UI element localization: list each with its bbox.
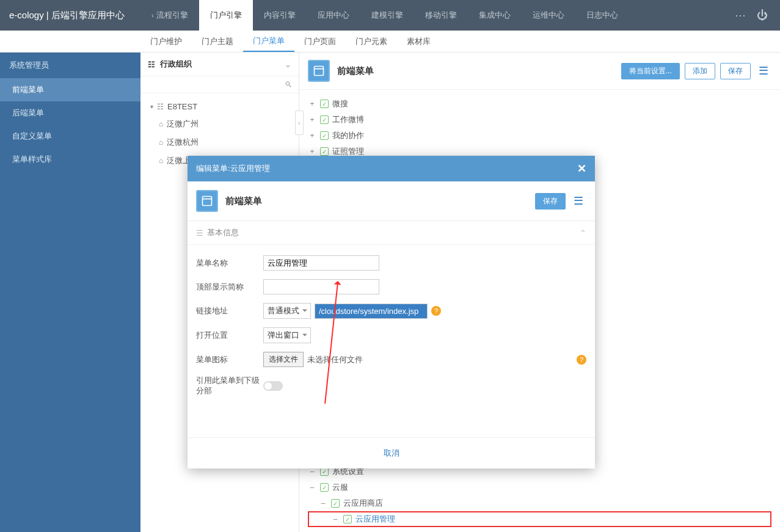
search-icon[interactable]: 🔍︎ bbox=[285, 80, 293, 89]
name-input[interactable] bbox=[263, 255, 379, 271]
cancel-button[interactable]: 取消 bbox=[384, 448, 399, 457]
short-input[interactable] bbox=[263, 279, 379, 294]
link-label: 链接地址 bbox=[196, 305, 263, 316]
sub-tab-0[interactable]: 门户维护 bbox=[140, 31, 192, 52]
org-icon: ☷ bbox=[148, 60, 155, 69]
chevron-up-icon[interactable]: ⌃ bbox=[580, 228, 586, 238]
top-tab-model[interactable]: 建模引擎 bbox=[360, 0, 414, 31]
left-nav-front-menu[interactable]: 前端菜单 bbox=[0, 78, 140, 101]
icon-label: 菜单图标 bbox=[196, 354, 263, 365]
sub-tab-3[interactable]: 门户页面 bbox=[294, 31, 346, 52]
page-title: 前端菜单 bbox=[337, 65, 621, 77]
name-label: 菜单名称 bbox=[196, 258, 263, 269]
collapse-handle[interactable]: ‹ bbox=[295, 111, 304, 135]
tree-row[interactable]: –✓云服 bbox=[308, 479, 771, 495]
top-tab-appcenter[interactable]: 应用中心 bbox=[307, 0, 360, 31]
tree-row[interactable]: +✓我的协作 bbox=[308, 128, 771, 144]
top-tab-content[interactable]: 内容引擎 bbox=[253, 0, 307, 31]
left-nav-custom-menu[interactable]: 自定义菜单 bbox=[0, 125, 140, 148]
brand: e-cology | 后端引擎应用中心 bbox=[0, 0, 140, 31]
edit-menu-dialog: 编辑菜单:云应用管理 ✕ 前端菜单 保存 ☰ ☰ 基本信息 ⌃ 菜单名称 顶部显… bbox=[188, 156, 595, 468]
set-current-button[interactable]: 将当前设置... bbox=[621, 63, 680, 79]
home-icon: ⌂ bbox=[159, 120, 163, 128]
org-node-0[interactable]: ⌂泛微广州 bbox=[147, 115, 293, 133]
short-label: 顶部显示简称 bbox=[196, 282, 263, 293]
dialog-title: 编辑菜单:云应用管理 bbox=[196, 163, 270, 174]
sub-tab-2[interactable]: 门户菜单 bbox=[243, 31, 294, 52]
svg-rect-2 bbox=[203, 197, 212, 206]
admin-label: 系统管理员 bbox=[0, 53, 140, 78]
top-tab-mobile[interactable]: 移动引擎 bbox=[414, 0, 468, 31]
top-tab-log[interactable]: 日志中心 bbox=[575, 0, 629, 31]
save-button[interactable]: 保存 bbox=[720, 63, 751, 79]
link-url-input[interactable] bbox=[315, 304, 428, 319]
list-icon[interactable]: ☰ bbox=[756, 63, 771, 79]
top-tabs: ‹流程引擎 门户引擎 内容引擎 应用中心 建模引擎 移动引擎 集成中心 运维中心… bbox=[140, 0, 735, 31]
org-node-1[interactable]: ⌂泛微杭州 bbox=[147, 133, 293, 151]
section-label: 基本信息 bbox=[207, 227, 239, 238]
add-button[interactable]: 添加 bbox=[685, 63, 715, 79]
tree-row[interactable]: +✓微搜 bbox=[308, 96, 771, 112]
modal-save-button[interactable]: 保存 bbox=[535, 193, 566, 210]
left-nav: 系统管理员 前端菜单 后端菜单 自定义菜单 菜单样式库 bbox=[0, 53, 140, 532]
ref-switch[interactable] bbox=[263, 381, 283, 391]
page-icon bbox=[196, 190, 218, 212]
tree-row[interactable]: +✓工作微博 bbox=[308, 112, 771, 128]
left-nav-style[interactable]: 菜单样式库 bbox=[0, 148, 140, 171]
open-label: 打开位置 bbox=[196, 330, 263, 341]
org-title: 行政组织 bbox=[160, 59, 192, 70]
more-icon[interactable]: ⋯ bbox=[735, 9, 746, 22]
sub-tab-5[interactable]: 素材库 bbox=[397, 31, 440, 52]
close-icon[interactable]: ✕ bbox=[577, 162, 586, 175]
top-tab-ops[interactable]: 运维中心 bbox=[522, 0, 575, 31]
top-tab-process[interactable]: ‹流程引擎 bbox=[140, 0, 199, 31]
tree-row-selected[interactable]: –✓云应用管理 bbox=[308, 511, 771, 527]
svg-rect-0 bbox=[315, 67, 324, 76]
sub-tab-4[interactable]: 门户元素 bbox=[346, 31, 397, 52]
dialog-subtitle: 前端菜单 bbox=[225, 195, 535, 207]
help-icon[interactable]: ? bbox=[577, 355, 586, 365]
home-icon: ⌂ bbox=[159, 138, 163, 147]
open-select[interactable]: 弹出窗口 bbox=[263, 327, 311, 343]
hamburger-icon: ☰ bbox=[196, 228, 203, 238]
link-mode-select[interactable]: 普通模式 bbox=[263, 303, 311, 319]
list-icon[interactable]: ☰ bbox=[570, 193, 586, 209]
ref-label: 引用此菜单到下级分部 bbox=[196, 376, 263, 396]
sub-tab-1[interactable]: 门户主题 bbox=[192, 31, 243, 52]
file-status: 未选择任何文件 bbox=[307, 354, 363, 365]
top-tab-portal[interactable]: 门户引擎 bbox=[199, 0, 253, 31]
choose-file-button[interactable]: 选择文件 bbox=[263, 352, 304, 367]
power-icon[interactable]: ⏻ bbox=[757, 9, 768, 22]
home-icon: ⌂ bbox=[159, 156, 163, 165]
tree-row[interactable]: –✓云应用商店 bbox=[308, 495, 771, 511]
help-icon[interactable]: ? bbox=[431, 306, 441, 316]
top-tab-integration[interactable]: 集成中心 bbox=[468, 0, 522, 31]
org-node-root[interactable]: ▾☷E8TEST bbox=[147, 98, 293, 115]
left-nav-back-menu[interactable]: 后端菜单 bbox=[0, 101, 140, 125]
chevron-left-icon: ‹ bbox=[151, 12, 154, 19]
page-icon bbox=[308, 60, 330, 82]
chevron-down-icon[interactable]: ⌄ bbox=[285, 60, 291, 69]
